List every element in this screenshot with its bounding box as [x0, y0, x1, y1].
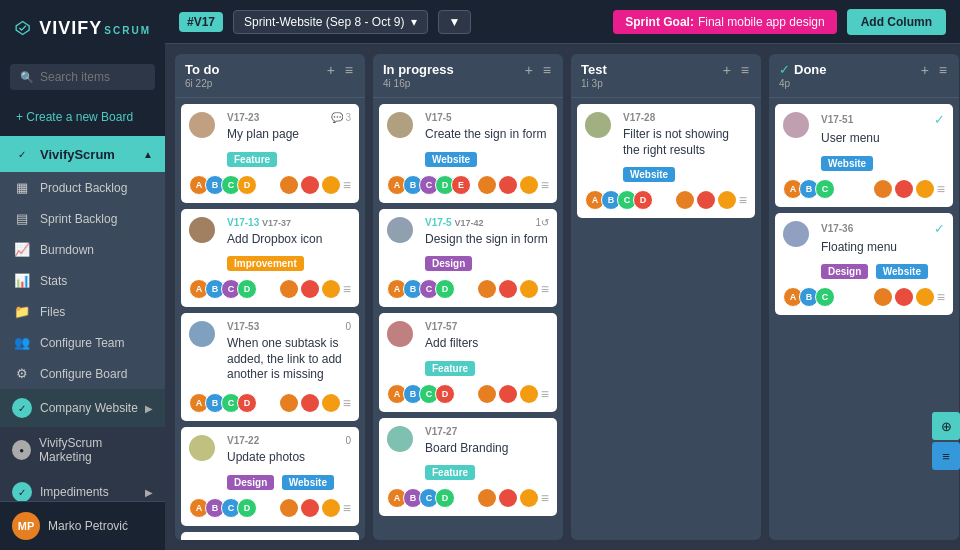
chevron-right-icon: ▶ [145, 403, 153, 414]
column-inprogress-add-button[interactable]: + [523, 62, 535, 78]
card-action-2[interactable] [499, 280, 517, 298]
sidebar-item-configure-board[interactable]: ⚙ Configure Board [0, 358, 165, 389]
card-title: User menu [821, 131, 945, 147]
card-v17-37[interactable]: V17-13 V17-37 Add Dropbox icon Improveme… [181, 209, 359, 308]
card-menu-icon[interactable]: ≡ [541, 490, 549, 506]
card-action-1[interactable] [478, 489, 496, 507]
column-test-meta: 1i 3p [581, 78, 607, 89]
column-test-menu-button[interactable]: ≡ [739, 62, 751, 78]
card-menu-icon[interactable]: ≡ [937, 289, 945, 305]
card-title: Board Branding [425, 441, 549, 457]
card-menu-icon[interactable]: ≡ [343, 281, 351, 297]
column-done-add-button[interactable]: + [919, 62, 931, 78]
sprint-selector[interactable]: Sprint-Website (Sep 8 - Oct 9) ▾ [233, 10, 428, 34]
create-board-button[interactable]: + Create a new Board [10, 106, 155, 128]
column-todo-add-button[interactable]: + [325, 62, 337, 78]
card-action-3[interactable] [520, 176, 538, 194]
card-action-2[interactable] [301, 499, 319, 517]
column-inprogress-menu-button[interactable]: ≡ [541, 62, 553, 78]
card-action-1[interactable] [478, 176, 496, 194]
card-action-3[interactable] [520, 280, 538, 298]
sidebar-item-configure-team[interactable]: 👥 Configure Team [0, 327, 165, 358]
card-menu-icon[interactable]: ≡ [739, 192, 747, 208]
sidebar-item-burndown[interactable]: 📈 Burndown [0, 234, 165, 265]
sidebar-item-sprint-backlog[interactable]: ▤ Sprint Backlog [0, 203, 165, 234]
column-todo-menu-button[interactable]: ≡ [343, 62, 355, 78]
card-v17-51[interactable]: V17-51 ✓ User menu Website A B [775, 104, 953, 207]
search-input[interactable] [40, 70, 145, 84]
card-action-1[interactable] [478, 280, 496, 298]
card-num: 0 [345, 321, 351, 332]
card-avatars: A B C [783, 287, 831, 307]
card-menu-icon[interactable]: ≡ [541, 386, 549, 402]
sidebar-item-impediments[interactable]: ✓ Impediments ▶ [0, 473, 165, 501]
card-menu-icon[interactable]: ≡ [343, 177, 351, 193]
card-v17-27[interactable]: V17-27 Board Branding Feature A B C [379, 418, 557, 517]
card-action-2[interactable] [697, 191, 715, 209]
card-action-3[interactable] [916, 288, 934, 306]
card-menu-icon[interactable]: ≡ [541, 177, 549, 193]
column-done-header: ✓ Done 4p + ≡ [769, 54, 959, 98]
card-action-2[interactable] [895, 180, 913, 198]
column-done-menu-button[interactable]: ≡ [937, 62, 949, 78]
card-v17-57[interactable]: V17-57 Add filters Feature A B C [379, 313, 557, 412]
card-menu-icon[interactable]: ≡ [541, 281, 549, 297]
card-tag-website: Website [425, 152, 477, 167]
card-id: V17-36 [821, 223, 853, 234]
card-action-2[interactable] [301, 280, 319, 298]
card-action-1[interactable] [280, 499, 298, 517]
card-v17-23[interactable]: V17-23 💬 3 My plan page Feature A B [181, 104, 359, 203]
card-v17-36[interactable]: V17-36 ✓ Floating menu Design Website A [775, 213, 953, 316]
card-action-1[interactable] [280, 176, 298, 194]
card-action-2[interactable] [301, 394, 319, 412]
card-action-2[interactable] [301, 176, 319, 194]
float-btn-1[interactable]: ⊕ [932, 412, 960, 440]
version-badge[interactable]: #V17 [179, 12, 223, 32]
sidebar-item-company-website[interactable]: ✓ Company Website ▶ [0, 389, 165, 427]
card-action-3[interactable] [520, 385, 538, 403]
filter-button[interactable]: ▼ [438, 10, 472, 34]
card-v17-5-signin[interactable]: V17-5 Create the sign in form Website A … [379, 104, 557, 203]
sidebar-item-stats[interactable]: 📊 Stats [0, 265, 165, 296]
card-action-3[interactable] [322, 394, 340, 412]
card-v17-9[interactable]: V17-9 Add download option next to the up… [181, 532, 359, 540]
sidebar-footer: MP Marko Petrović [0, 501, 165, 550]
card-action-3[interactable] [916, 180, 934, 198]
card-v17-28[interactable]: V17-28 Filter is not showing the right r… [577, 104, 755, 218]
card-action-1[interactable] [280, 280, 298, 298]
card-action-1[interactable] [676, 191, 694, 209]
column-test-body: V17-28 Filter is not showing the right r… [571, 98, 761, 540]
column-inprogress-body: V17-5 Create the sign in form Website A … [373, 98, 563, 540]
sprint-goal-badge[interactable]: Sprint Goal: Final mobile app design [613, 10, 836, 34]
card-menu-icon[interactable]: ≡ [937, 181, 945, 197]
card-action-3[interactable] [322, 176, 340, 194]
column-todo-title: To do [185, 62, 219, 77]
card-v17-42[interactable]: V17-5 V17-42 1↺ Design the sign in form … [379, 209, 557, 308]
card-action-3[interactable] [718, 191, 736, 209]
card-action-1[interactable] [280, 394, 298, 412]
card-action-3[interactable] [322, 280, 340, 298]
sidebar-item-product-backlog[interactable]: ▦ Product Backlog [0, 172, 165, 203]
card-action-1[interactable] [874, 180, 892, 198]
sidebar-item-vivifyscrum[interactable]: ✓ VivifyScrum ▲ [0, 136, 165, 172]
card-avatar [189, 112, 215, 138]
card-v17-22[interactable]: V17-22 0 Update photos Design Website A [181, 427, 359, 526]
float-btn-2[interactable]: ≡ [932, 442, 960, 470]
card-action-2[interactable] [499, 385, 517, 403]
card-action-3[interactable] [322, 499, 340, 517]
column-todo-meta: 6i 22p [185, 78, 219, 89]
card-action-3[interactable] [520, 489, 538, 507]
card-action-2[interactable] [499, 489, 517, 507]
card-v17-53[interactable]: V17-53 0 When one subtask is added, the … [181, 313, 359, 421]
column-test-add-button[interactable]: + [721, 62, 733, 78]
card-action-1[interactable] [478, 385, 496, 403]
card-menu-icon[interactable]: ≡ [343, 500, 351, 516]
card-action-2[interactable] [895, 288, 913, 306]
card-action-2[interactable] [499, 176, 517, 194]
sidebar-item-marketing[interactable]: ● VivifyScrum Marketing [0, 427, 165, 473]
card-id: V17-27 [425, 426, 457, 437]
card-menu-icon[interactable]: ≡ [343, 395, 351, 411]
add-column-button[interactable]: Add Column [847, 9, 946, 35]
sidebar-item-files[interactable]: 📁 Files [0, 296, 165, 327]
card-action-1[interactable] [874, 288, 892, 306]
